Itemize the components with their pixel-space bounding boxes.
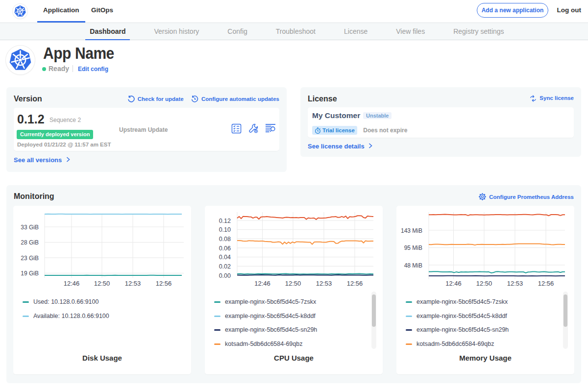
svg-text:12:46: 12:46 xyxy=(254,280,270,287)
svg-text:12:46: 12:46 xyxy=(445,280,462,287)
svg-text:33 GiB: 33 GiB xyxy=(21,224,39,231)
svg-text:12:53: 12:53 xyxy=(125,280,141,287)
svg-text:12:56: 12:56 xyxy=(156,280,172,287)
svg-text:12:46: 12:46 xyxy=(64,280,80,287)
svg-text:12:53: 12:53 xyxy=(507,280,523,287)
svg-text:19 GiB: 19 GiB xyxy=(21,270,39,277)
svg-text:0.12: 0.12 xyxy=(219,218,231,224)
svg-text:12:53: 12:53 xyxy=(316,280,332,287)
svg-text:12:50: 12:50 xyxy=(476,280,492,287)
svg-text:28 GiB: 28 GiB xyxy=(21,239,39,246)
svg-text:95 MiB: 95 MiB xyxy=(404,244,422,251)
svg-text:0.06: 0.06 xyxy=(219,245,231,252)
svg-text:48 MiB: 48 MiB xyxy=(404,262,422,269)
svg-text:143 MiB: 143 MiB xyxy=(401,227,422,234)
svg-text:0.08: 0.08 xyxy=(219,236,231,243)
svg-text:12:56: 12:56 xyxy=(538,280,554,287)
svg-text:12:50: 12:50 xyxy=(94,280,110,287)
svg-text:0.10: 0.10 xyxy=(219,226,231,233)
svg-text:12:56: 12:56 xyxy=(347,280,363,287)
svg-text:12:50: 12:50 xyxy=(285,280,301,287)
svg-text:23 GiB: 23 GiB xyxy=(21,255,39,262)
svg-text:0.02: 0.02 xyxy=(219,263,231,270)
svg-text:0.00: 0.00 xyxy=(219,272,231,279)
svg-text:0.04: 0.04 xyxy=(219,254,231,261)
